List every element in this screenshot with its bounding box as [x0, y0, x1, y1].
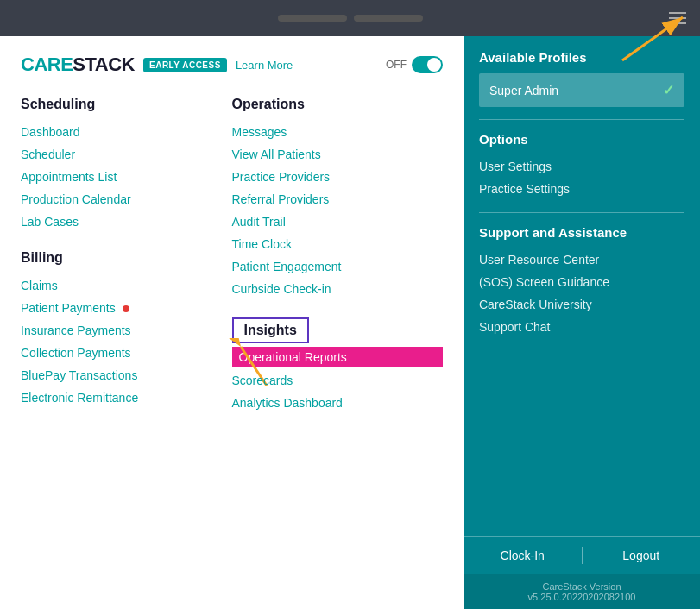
options-title: Options	[479, 132, 684, 147]
early-access-badge: EARLY ACCESS	[143, 58, 227, 72]
insights-title: Insights	[232, 317, 309, 343]
insights-section: Insights Operational Reports Sco	[232, 317, 444, 414]
right-link-sos-screen-guidance[interactable]: (SOS) Screen Guidance	[479, 271, 684, 293]
logo-stack: STACK	[73, 53, 135, 75]
menu-link-view-all-patients[interactable]: View All Patients	[232, 143, 444, 166]
menu-link-practice-providers[interactable]: Practice Providers	[232, 166, 444, 188]
menu-link-referral-providers[interactable]: Referral Providers	[232, 188, 444, 210]
menu-col-right: Operations Messages View All Patients Pr…	[232, 97, 444, 414]
toggle-off-label: OFF	[386, 59, 407, 71]
version-label: CareStack Version	[470, 581, 693, 592]
hamburger-line-1	[669, 12, 686, 14]
logo: CARESTACK	[21, 53, 135, 76]
menu-link-claims[interactable]: Claims	[21, 274, 232, 297]
top-bar-center-pills	[278, 15, 423, 22]
menu-link-production-calendar[interactable]: Production Calendar	[21, 188, 232, 210]
logout-button[interactable]: Logout	[583, 537, 701, 574]
right-panel: Available Profiles Super Admin ✓ Options…	[464, 36, 700, 609]
menu-link-audit-trail[interactable]: Audit Trail	[232, 210, 444, 233]
menu-link-appointments-list[interactable]: Appointments List	[21, 166, 232, 188]
available-profiles-title: Available Profiles	[479, 50, 684, 65]
insights-header-area: Insights	[232, 317, 309, 347]
menu-link-collection-payments[interactable]: Collection Payments	[21, 342, 232, 364]
menu-link-curbside-checkin[interactable]: Curbside Check-in	[232, 278, 444, 300]
right-link-practice-settings[interactable]: Practice Settings	[479, 178, 684, 200]
hamburger-line-2	[669, 17, 686, 19]
menu-link-insurance-payments[interactable]: Insurance Payments	[21, 319, 232, 342]
right-link-support-chat[interactable]: Support Chat	[479, 316, 684, 338]
check-icon: ✓	[663, 82, 674, 98]
toggle-area: OFF	[386, 56, 443, 73]
menu-link-analytics-dashboard[interactable]: Analytics Dashboard	[232, 392, 444, 414]
patient-payments-red-dot	[123, 305, 129, 312]
version-number: v5.25.0.20220202082100	[470, 592, 693, 602]
menu-link-scorecards[interactable]: Scorecards	[232, 369, 444, 392]
bottom-section: Clock-In Logout CareStack Version v5.25.…	[464, 536, 700, 609]
top-bar	[0, 0, 700, 36]
operations-title: Operations	[232, 97, 444, 112]
menu-link-time-clock[interactable]: Time Clock	[232, 233, 444, 255]
menu-link-patient-payments[interactable]: Patient Payments	[21, 297, 232, 319]
divider-2	[479, 212, 684, 213]
clock-in-button[interactable]: Clock-In	[464, 537, 582, 574]
menu-link-electronic-remittance[interactable]: Electronic Remittance	[21, 386, 232, 409]
right-link-carestack-university[interactable]: CareStack University	[479, 293, 684, 316]
version-info: CareStack Version v5.25.0.20220202082100	[464, 574, 700, 609]
scheduling-title: Scheduling	[21, 97, 232, 112]
right-link-user-settings[interactable]: User Settings	[479, 155, 684, 178]
top-bar-pill-2	[354, 15, 423, 22]
menu-link-scheduler[interactable]: Scheduler	[21, 143, 232, 166]
hamburger-line-3	[669, 22, 686, 24]
right-link-user-resource-center[interactable]: User Resource Center	[479, 248, 684, 271]
logo-row: CARESTACK EARLY ACCESS Learn More OFF	[21, 53, 443, 76]
menu-link-messages[interactable]: Messages	[232, 121, 444, 143]
menu-link-patient-engagement[interactable]: Patient Engagement	[232, 255, 444, 278]
bottom-action-row: Clock-In Logout	[464, 536, 700, 574]
menu-link-dashboard[interactable]: Dashboard	[21, 121, 232, 143]
menu-columns: Scheduling Dashboard Scheduler Appointme…	[21, 97, 443, 414]
support-title: Support and Assistance	[479, 225, 684, 240]
billing-title: Billing	[21, 250, 232, 266]
hamburger-button[interactable]	[665, 9, 690, 28]
menu-link-operational-reports[interactable]: Operational Reports	[232, 347, 444, 367]
menu-link-bluepay-transactions[interactable]: BluePay Transactions	[21, 364, 232, 386]
top-bar-pill-1	[278, 15, 347, 22]
main-content: CARESTACK EARLY ACCESS Learn More OFF Sc…	[0, 36, 700, 609]
profile-name: Super Admin	[489, 84, 558, 97]
right-panel-inner: Available Profiles Super Admin ✓ Options…	[464, 36, 700, 536]
profile-item-super-admin[interactable]: Super Admin ✓	[479, 73, 684, 107]
left-panel: CARESTACK EARLY ACCESS Learn More OFF Sc…	[0, 36, 464, 609]
learn-more-link[interactable]: Learn More	[236, 59, 293, 72]
menu-link-lab-cases[interactable]: Lab Cases	[21, 210, 232, 233]
toggle-switch[interactable]	[412, 56, 443, 73]
divider-1	[479, 119, 684, 120]
menu-col-left: Scheduling Dashboard Scheduler Appointme…	[21, 97, 232, 414]
logo-care: CARE	[21, 53, 73, 75]
